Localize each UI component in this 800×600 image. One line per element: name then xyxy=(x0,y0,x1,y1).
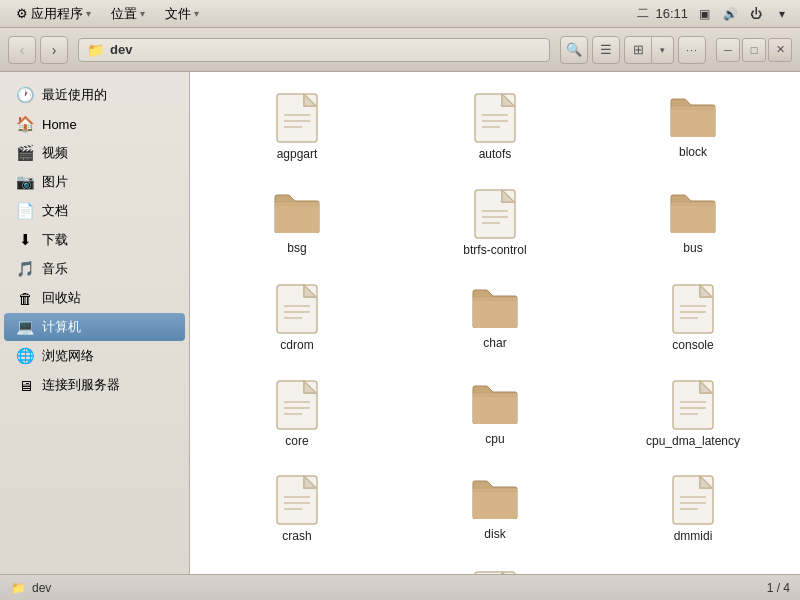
sidebar-icon-video: 🎬 xyxy=(16,144,34,162)
sidebar-icon-connect: 🖥 xyxy=(16,376,34,394)
sidebar-icon-home: 🏠 xyxy=(16,115,34,133)
sidebar-item-docs[interactable]: 📄 文档 xyxy=(4,197,185,225)
screen-icon-btn[interactable]: ▣ xyxy=(694,4,714,24)
folder-icon xyxy=(273,189,321,237)
file-item[interactable]: cpu_dma_latency xyxy=(598,371,788,459)
folder-icon xyxy=(471,380,519,428)
menu-bar: ⚙ 应用程序 ▾ 位置 ▾ 文件 ▾ 二 16:11 ▣ 🔊 ⏻ ▾ xyxy=(0,0,800,28)
file-icon xyxy=(474,189,516,239)
menu-app[interactable]: ⚙ 应用程序 ▾ xyxy=(8,3,99,25)
forward-button[interactable]: › xyxy=(40,36,68,64)
file-item[interactable]: disk xyxy=(400,466,590,554)
file-item[interactable]: ↗ fd xyxy=(598,562,788,574)
sidebar-icon-trash: 🗑 xyxy=(16,289,34,307)
app-menu-icon: ⚙ xyxy=(16,6,28,21)
file-item[interactable]: crash xyxy=(202,466,392,554)
main-content: 🕐 最近使用的 🏠 Home 🎬 视频 📷 图片 📄 文档 ⬇ 下载 🎵 音乐 … xyxy=(0,72,800,574)
search-button[interactable]: 🔍 xyxy=(560,36,588,64)
location-bar-text: dev xyxy=(110,42,132,57)
file-label: cpu_dma_latency xyxy=(646,434,740,450)
sidebar-label-downloads: 下载 xyxy=(42,231,68,249)
sidebar-item-home[interactable]: 🏠 Home xyxy=(4,110,185,138)
file-grid: agpgart autofs block bsg btrfs-control xyxy=(190,72,800,574)
back-button[interactable]: ‹ xyxy=(8,36,36,64)
more-options-button[interactable]: ··· xyxy=(678,36,706,64)
sidebar-label-trash: 回收站 xyxy=(42,289,81,307)
file-label: crash xyxy=(282,529,311,545)
sidebar-item-downloads[interactable]: ⬇ 下载 xyxy=(4,226,185,254)
file-item[interactable]: cpu xyxy=(400,371,590,459)
file-item[interactable]: block xyxy=(598,84,788,172)
toolbar: ‹ › 📁 dev 🔍 ☰ ⊞ ▾ ··· ─ □ ✕ xyxy=(0,28,800,72)
file-item[interactable]: fb0 xyxy=(400,562,590,574)
menu-file[interactable]: 文件 ▾ xyxy=(157,3,207,25)
sidebar-item-connect[interactable]: 🖥 连接到服务器 xyxy=(4,371,185,399)
sidebar-label-music: 音乐 xyxy=(42,260,68,278)
location-bar[interactable]: 📁 dev xyxy=(78,38,550,62)
sidebar-icon-network: 🌐 xyxy=(16,347,34,365)
volume-icon-btn[interactable]: 🔊 xyxy=(720,4,740,24)
file-icon xyxy=(276,284,318,334)
file-item[interactable]: autofs xyxy=(400,84,590,172)
status-folder-icon: 📁 xyxy=(10,580,26,596)
sidebar: 🕐 最近使用的 🏠 Home 🎬 视频 📷 图片 📄 文档 ⬇ 下载 🎵 音乐 … xyxy=(0,72,190,574)
sidebar-icon-photos: 📷 xyxy=(16,173,34,191)
app-menu-label: 应用程序 xyxy=(31,5,83,23)
sidebar-label-recent: 最近使用的 xyxy=(42,86,107,104)
file-item[interactable]: bsg xyxy=(202,180,392,268)
sidebar-icon-recent: 🕐 xyxy=(16,86,34,104)
file-item[interactable]: dmmidi xyxy=(598,466,788,554)
folder-icon xyxy=(273,571,321,574)
view-dropdown-button[interactable]: ▾ xyxy=(652,36,674,64)
file-label: disk xyxy=(484,527,505,543)
menu-right: 二 16:11 ▣ 🔊 ⏻ ▾ xyxy=(637,4,792,24)
file-item[interactable]: char xyxy=(400,275,590,363)
sidebar-item-music[interactable]: 🎵 音乐 xyxy=(4,255,185,283)
file-icon xyxy=(276,93,318,143)
sidebar-item-photos[interactable]: 📷 图片 xyxy=(4,168,185,196)
folder-icon xyxy=(669,189,717,237)
svg-rect-45 xyxy=(475,572,515,574)
location-menu-arrow: ▾ xyxy=(140,8,145,19)
file-item[interactable]: btrfs-control xyxy=(400,180,590,268)
sidebar-item-trash[interactable]: 🗑 回收站 xyxy=(4,284,185,312)
file-item[interactable]: agpgart xyxy=(202,84,392,172)
power-arrow-btn[interactable]: ▾ xyxy=(772,4,792,24)
sidebar-icon-computer: 💻 xyxy=(16,318,34,336)
sidebar-label-docs: 文档 xyxy=(42,202,68,220)
folder-icon xyxy=(669,93,717,141)
sidebar-item-computer[interactable]: 💻 计算机 xyxy=(4,313,185,341)
window-controls: ─ □ ✕ xyxy=(716,38,792,62)
sidebar-label-computer: 计算机 xyxy=(42,318,81,336)
sidebar-item-video[interactable]: 🎬 视频 xyxy=(4,139,185,167)
list-view-button[interactable]: ☰ xyxy=(592,36,620,64)
file-label: block xyxy=(679,145,707,161)
menu-separator-icon: 二 xyxy=(637,5,649,22)
minimize-button[interactable]: ─ xyxy=(716,38,740,62)
maximize-button[interactable]: □ xyxy=(742,38,766,62)
sidebar-item-recent[interactable]: 🕐 最近使用的 xyxy=(4,81,185,109)
app-menu-arrow: ▾ xyxy=(86,8,91,19)
file-icon xyxy=(672,380,714,430)
file-label: char xyxy=(483,336,506,352)
sidebar-item-network[interactable]: 🌐 浏览网络 xyxy=(4,342,185,370)
clock: 16:11 xyxy=(655,6,688,21)
menu-location[interactable]: 位置 ▾ xyxy=(103,3,153,25)
grid-view-button[interactable]: ⊞ xyxy=(624,36,652,64)
file-item[interactable]: cdrom xyxy=(202,275,392,363)
file-label: agpgart xyxy=(277,147,318,163)
close-button[interactable]: ✕ xyxy=(768,38,792,62)
file-item[interactable]: core xyxy=(202,371,392,459)
file-item[interactable]: dri xyxy=(202,562,392,574)
power-icon-btn[interactable]: ⏻ xyxy=(746,4,766,24)
file-label: cdrom xyxy=(280,338,313,354)
file-item[interactable]: console xyxy=(598,275,788,363)
file-label: core xyxy=(285,434,308,450)
file-menu-label: 文件 xyxy=(165,5,191,23)
sidebar-icon-downloads: ⬇ xyxy=(16,231,34,249)
file-menu-arrow: ▾ xyxy=(194,8,199,19)
file-item[interactable]: bus xyxy=(598,180,788,268)
file-label: bus xyxy=(683,241,702,257)
status-pages: 1 / 4 xyxy=(767,581,790,595)
sidebar-label-home: Home xyxy=(42,117,77,132)
